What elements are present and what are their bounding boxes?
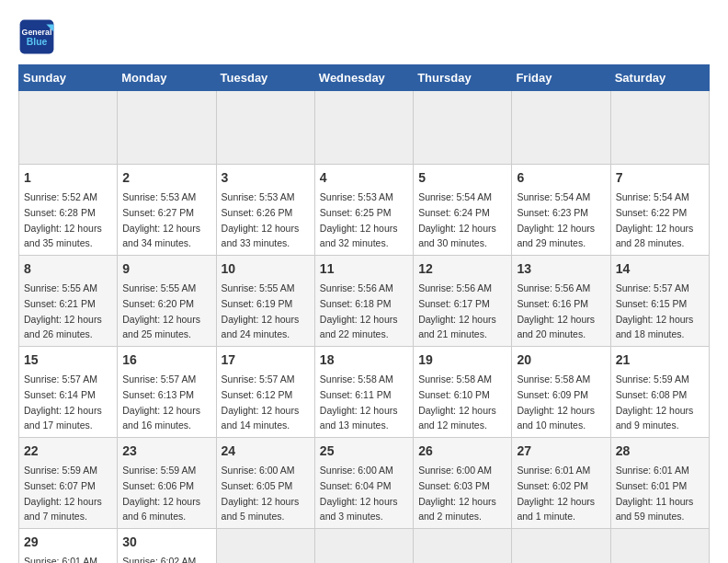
day-number: 11 (320, 259, 408, 279)
calendar-cell (610, 529, 709, 564)
sunset-text: Sunset: 6:01 PM (616, 480, 688, 491)
sunset-text: Sunset: 6:04 PM (320, 480, 392, 491)
sunrise-text: Sunrise: 5:53 AM (122, 191, 196, 202)
calendar-cell: 17 Sunrise: 5:57 AM Sunset: 6:12 PM Dayl… (216, 347, 314, 438)
calendar-cell: 8 Sunrise: 5:55 AM Sunset: 6:21 PM Dayli… (19, 256, 118, 347)
calendar-cell: 3 Sunrise: 5:53 AM Sunset: 6:26 PM Dayli… (216, 165, 314, 256)
day-number: 27 (517, 442, 605, 461)
day-number: 17 (222, 350, 310, 370)
calendar-cell: 20 Sunrise: 5:58 AM Sunset: 6:09 PM Dayl… (512, 347, 610, 438)
sunrise-text: Sunrise: 5:54 AM (616, 191, 689, 202)
day-number: 19 (418, 350, 506, 370)
sunset-text: Sunset: 6:16 PM (517, 298, 588, 309)
day-number: 5 (418, 168, 506, 188)
sunset-text: Sunset: 6:07 PM (24, 480, 96, 491)
calendar-week-4: 15 Sunrise: 5:57 AM Sunset: 6:14 PM Dayl… (19, 347, 710, 438)
calendar-cell: 9 Sunrise: 5:55 AM Sunset: 6:20 PM Dayli… (118, 256, 216, 347)
sunset-text: Sunset: 6:22 PM (616, 207, 688, 218)
day-number: 23 (122, 442, 210, 461)
sunrise-text: Sunrise: 5:55 AM (222, 282, 295, 293)
calendar-cell: 26 Sunrise: 6:00 AM Sunset: 6:03 PM Dayl… (414, 438, 512, 529)
sunset-text: Sunset: 6:10 PM (418, 389, 490, 400)
sunrise-text: Sunrise: 5:54 AM (418, 191, 492, 202)
daylight-text: Daylight: 12 hours and 28 minutes. (616, 223, 694, 249)
sunrise-text: Sunrise: 5:56 AM (320, 282, 393, 293)
calendar-cell: 11 Sunrise: 5:56 AM Sunset: 6:18 PM Dayl… (314, 256, 413, 347)
sunset-text: Sunset: 6:09 PM (517, 389, 588, 400)
daylight-text: Daylight: 12 hours and 12 minutes. (418, 405, 496, 431)
daylight-text: Daylight: 12 hours and 34 minutes. (122, 223, 200, 249)
sunset-text: Sunset: 6:08 PM (616, 389, 688, 400)
day-number: 21 (616, 350, 704, 370)
sunset-text: Sunset: 6:20 PM (122, 298, 194, 309)
daylight-text: Daylight: 12 hours and 25 minutes. (122, 314, 200, 340)
sunrise-text: Sunrise: 5:58 AM (320, 373, 393, 385)
calendar-cell: 2 Sunrise: 5:53 AM Sunset: 6:27 PM Dayli… (118, 165, 216, 256)
daylight-text: Daylight: 12 hours and 1 minute. (517, 496, 595, 523)
sunrise-text: Sunrise: 5:59 AM (24, 465, 97, 476)
sunset-text: Sunset: 6:19 PM (222, 298, 293, 309)
calendar-week-3: 8 Sunrise: 5:55 AM Sunset: 6:21 PM Dayli… (19, 256, 710, 347)
calendar-cell: 4 Sunrise: 5:53 AM Sunset: 6:25 PM Dayli… (314, 165, 413, 256)
header-day-monday: Monday (118, 65, 216, 91)
calendar-cell: 27 Sunrise: 6:01 AM Sunset: 6:02 PM Dayl… (512, 438, 610, 529)
calendar-cell: 7 Sunrise: 5:54 AM Sunset: 6:22 PM Dayli… (610, 165, 709, 256)
daylight-text: Daylight: 12 hours and 18 minutes. (616, 314, 694, 340)
day-number: 10 (222, 259, 310, 279)
day-number: 30 (122, 533, 210, 552)
sunrise-text: Sunrise: 5:56 AM (418, 282, 492, 293)
calendar-cell: 22 Sunrise: 5:59 AM Sunset: 6:07 PM Dayl… (19, 438, 118, 529)
daylight-text: Daylight: 12 hours and 24 minutes. (222, 314, 300, 340)
sunrise-text: Sunrise: 5:58 AM (517, 373, 590, 385)
calendar-cell (512, 91, 610, 165)
daylight-text: Daylight: 12 hours and 17 minutes. (24, 405, 102, 431)
sunset-text: Sunset: 6:12 PM (222, 389, 293, 400)
sunrise-text: Sunrise: 6:01 AM (517, 465, 590, 476)
sunrise-text: Sunrise: 6:00 AM (222, 465, 295, 476)
svg-text:General: General (22, 28, 52, 37)
calendar-cell: 1 Sunrise: 5:52 AM Sunset: 6:28 PM Dayli… (19, 165, 118, 256)
day-number: 7 (616, 168, 704, 188)
daylight-text: Daylight: 12 hours and 10 minutes. (517, 405, 595, 431)
calendar-cell: 5 Sunrise: 5:54 AM Sunset: 6:24 PM Dayli… (414, 165, 512, 256)
calendar-cell: 10 Sunrise: 5:55 AM Sunset: 6:19 PM Dayl… (216, 256, 314, 347)
sunrise-text: Sunrise: 5:59 AM (616, 373, 689, 385)
sunset-text: Sunset: 6:13 PM (122, 389, 194, 400)
calendar-cell: 24 Sunrise: 6:00 AM Sunset: 6:05 PM Dayl… (216, 438, 314, 529)
day-number: 24 (222, 442, 310, 461)
sunrise-text: Sunrise: 5:58 AM (418, 373, 492, 385)
daylight-text: Daylight: 12 hours and 9 minutes. (616, 405, 694, 431)
svg-text:Blue: Blue (27, 37, 48, 47)
sunrise-text: Sunrise: 5:55 AM (122, 282, 196, 293)
sunset-text: Sunset: 6:26 PM (222, 207, 293, 218)
day-number: 2 (122, 168, 210, 188)
calendar-cell: 14 Sunrise: 5:57 AM Sunset: 6:15 PM Dayl… (610, 256, 709, 347)
calendar-cell: 25 Sunrise: 6:00 AM Sunset: 6:04 PM Dayl… (314, 438, 413, 529)
calendar-cell (118, 91, 216, 165)
day-number: 12 (418, 259, 506, 279)
calendar-cell (314, 91, 413, 165)
logo: General Blue (18, 18, 59, 55)
day-number: 14 (616, 259, 704, 279)
calendar-cell: 30 Sunrise: 6:02 AM Sunset: 5:59 PM Dayl… (118, 529, 216, 564)
sunset-text: Sunset: 6:06 PM (122, 480, 194, 491)
header-day-wednesday: Wednesday (314, 65, 413, 91)
day-number: 25 (320, 442, 408, 461)
day-number: 29 (24, 533, 112, 552)
calendar-cell: 19 Sunrise: 5:58 AM Sunset: 6:10 PM Dayl… (414, 347, 512, 438)
daylight-text: Daylight: 12 hours and 14 minutes. (222, 405, 300, 431)
daylight-text: Daylight: 12 hours and 7 minutes. (24, 496, 102, 523)
daylight-text: Daylight: 12 hours and 2 minutes. (418, 496, 496, 523)
daylight-text: Daylight: 12 hours and 5 minutes. (222, 496, 300, 523)
logo-icon: General Blue (18, 18, 55, 55)
calendar-cell: 18 Sunrise: 5:58 AM Sunset: 6:11 PM Dayl… (314, 347, 413, 438)
day-number: 13 (517, 259, 605, 279)
sunset-text: Sunset: 6:05 PM (222, 480, 293, 491)
sunset-text: Sunset: 6:23 PM (517, 207, 588, 218)
day-number: 28 (616, 442, 704, 461)
calendar-body: 1 Sunrise: 5:52 AM Sunset: 6:28 PM Dayli… (19, 91, 710, 564)
sunset-text: Sunset: 6:02 PM (517, 480, 588, 491)
calendar-cell: 21 Sunrise: 5:59 AM Sunset: 6:08 PM Dayl… (610, 347, 709, 438)
sunset-text: Sunset: 6:24 PM (418, 207, 490, 218)
calendar-table: SundayMondayTuesdayWednesdayThursdayFrid… (18, 64, 710, 563)
